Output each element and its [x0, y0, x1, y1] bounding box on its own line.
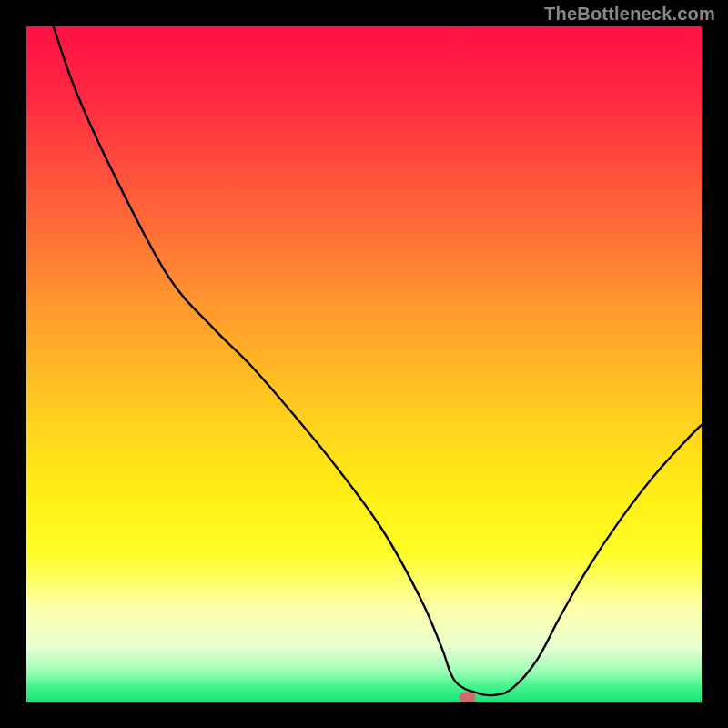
gradient-background [26, 26, 702, 702]
bottleneck-plot [26, 26, 702, 702]
chart-stage: TheBottleneck.com [0, 0, 728, 728]
watermark-text: TheBottleneck.com [544, 4, 715, 25]
marker-pill [460, 693, 476, 702]
